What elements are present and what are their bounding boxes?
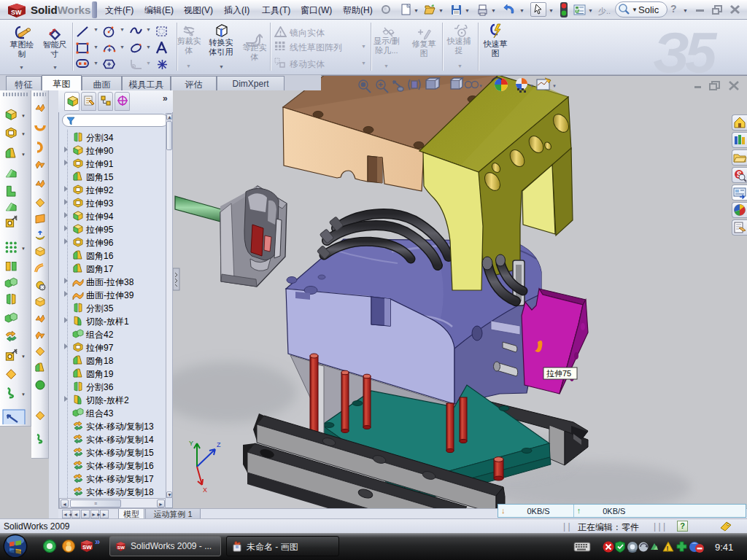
svg-text:▼: ▼	[21, 392, 26, 397]
svg-text:SW: SW	[82, 544, 92, 551]
svg-text:▼: ▼	[21, 246, 26, 251]
svg-text:▼: ▼	[21, 152, 26, 157]
svg-text:SW: SW	[117, 545, 125, 550]
svg-text:▼: ▼	[479, 84, 483, 88]
svg-text:Y: Y	[189, 440, 193, 447]
svg-text:X: X	[203, 486, 207, 494]
svg-text:▼: ▼	[21, 114, 26, 118]
svg-text:▼: ▼	[552, 84, 557, 88]
svg-text:▼: ▼	[21, 354, 26, 359]
svg-text:Z: Z	[217, 441, 221, 448]
svg-text:▼: ▼	[530, 84, 534, 88]
svg-text:!: !	[667, 545, 669, 552]
svg-text:▼: ▼	[21, 132, 26, 136]
svg-text:SW: SW	[11, 9, 22, 16]
svg-text:拉伸75: 拉伸75	[546, 369, 571, 378]
